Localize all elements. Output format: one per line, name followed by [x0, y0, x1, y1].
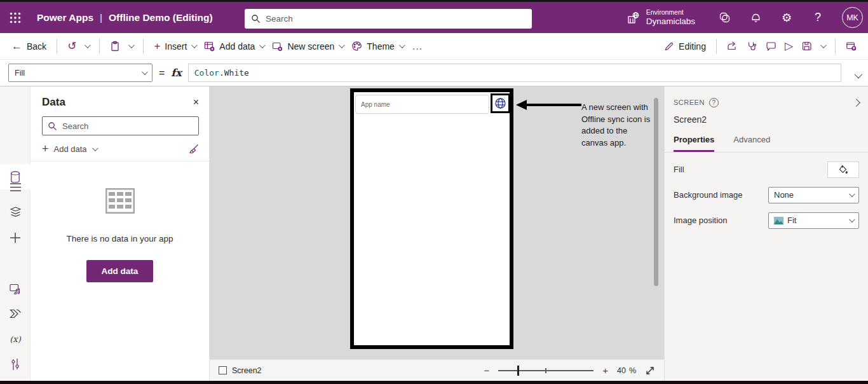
app-launcher-waffle-icon[interactable]	[0, 2, 31, 33]
global-search-input[interactable]	[266, 14, 526, 24]
panel-collapse-chevron[interactable]	[853, 97, 859, 108]
notifications-bell-icon[interactable]	[749, 11, 763, 25]
data-search-box[interactable]	[42, 116, 199, 135]
clear-broom-icon[interactable]	[189, 144, 199, 154]
preview-play-button[interactable]: ▷	[785, 41, 793, 51]
screen-thumbnail-icon	[219, 366, 227, 374]
offline-sync-highlight-box	[491, 93, 510, 113]
offline-sync-globe-icon[interactable]	[494, 97, 506, 109]
zoom-out-button[interactable]: −	[484, 365, 489, 376]
paste-button[interactable]	[110, 41, 120, 51]
paint-bucket-icon	[838, 165, 848, 175]
formula-input[interactable]: Color.White	[188, 64, 841, 82]
save-menu-chevron[interactable]	[820, 44, 825, 48]
app-title: Power Apps	[37, 12, 93, 24]
comment-icon	[766, 41, 776, 51]
add-data-button[interactable]: Add data	[86, 260, 154, 282]
fill-color-picker-button[interactable]	[827, 161, 859, 178]
command-toolbar: ← Back ↺ + Insert	[0, 33, 868, 60]
search-icon	[48, 121, 57, 131]
zoom-slider-midpoint-marker	[545, 368, 546, 373]
environment-picker[interactable]: Environment Dynamiclabs	[627, 8, 695, 27]
app-checker-button[interactable]	[747, 41, 757, 51]
media-icon[interactable]	[8, 281, 23, 296]
zoom-slider[interactable]	[498, 366, 593, 376]
add-data-button[interactable]: Add data	[204, 41, 264, 51]
close-icon[interactable]: ×	[193, 97, 199, 108]
tab-advanced[interactable]: Advanced	[733, 135, 770, 152]
settings-gear-icon[interactable]: ⚙	[780, 11, 794, 25]
chevron-down-icon	[399, 42, 405, 48]
global-search[interactable]	[245, 9, 532, 29]
phone-screen-mockup[interactable]: App name	[350, 88, 513, 349]
app-header-control[interactable]: App name	[355, 95, 489, 114]
paste-menu-chevron[interactable]	[128, 44, 133, 48]
formula-bar: Fill = fx Color.White	[0, 60, 868, 86]
data-sources-icon[interactable]	[8, 169, 23, 184]
screen-breadcrumb[interactable]: Screen2	[219, 366, 262, 375]
undo-menu-chevron[interactable]	[85, 44, 89, 48]
user-avatar[interactable]: MK	[842, 7, 863, 28]
title-separator: |	[100, 12, 102, 24]
share-button[interactable]	[727, 41, 738, 51]
data-search-input[interactable]	[62, 121, 193, 131]
environment-label: Environment	[646, 8, 695, 17]
arrow-shaft	[527, 104, 581, 106]
document-title: Offline Demo (Editing)	[109, 12, 213, 24]
annotation-line: A new screen with	[581, 102, 650, 114]
editing-mode-button[interactable]: Editing	[664, 41, 706, 51]
variables-icon[interactable]: (x)	[8, 331, 23, 346]
comments-button[interactable]	[766, 41, 776, 51]
tree-view-icon[interactable]	[8, 205, 23, 220]
tab-properties[interactable]: Properties	[674, 135, 714, 152]
power-automate-icon[interactable]	[8, 306, 23, 321]
theme-button[interactable]: Theme	[351, 41, 403, 51]
canvas-area[interactable]: App name	[210, 86, 664, 359]
insert-button[interactable]: + Insert	[154, 41, 196, 51]
help-icon[interactable]: ?	[811, 11, 825, 25]
insert-plus-icon[interactable]	[8, 230, 23, 245]
fit-to-window-icon[interactable]	[645, 366, 655, 376]
background-image-dropdown[interactable]: None	[768, 187, 859, 203]
canvas-vertical-scrollbar[interactable]	[654, 98, 658, 286]
zoom-in-button[interactable]: +	[602, 365, 608, 376]
chevron-down-icon[interactable]	[92, 145, 98, 151]
add-data-dropdown[interactable]: Add data	[54, 144, 87, 154]
help-icon[interactable]: ?	[709, 98, 719, 107]
back-button[interactable]: ← Back	[11, 41, 46, 51]
zoom-unit: %	[629, 366, 636, 375]
header-right-cluster: Environment Dynamiclabs ⚙ ? MK	[627, 2, 863, 33]
image-position-dropdown[interactable]: Fit	[768, 212, 859, 229]
table-grid-icon	[105, 188, 135, 214]
copilot-icon[interactable]	[717, 11, 731, 25]
left-navigation-rail: (x) ⚙	[0, 86, 31, 381]
publish-button[interactable]	[846, 41, 857, 51]
toolbar-left-group: ← Back ↺ + Insert	[11, 39, 423, 54]
fill-label: Fill	[674, 165, 684, 174]
editing-label: Editing	[679, 41, 706, 51]
annotation-line: added to the	[581, 125, 650, 137]
new-screen-icon	[272, 41, 283, 51]
theme-label: Theme	[367, 41, 395, 51]
controls-icon[interactable]	[8, 357, 23, 372]
toolbar-overflow-button[interactable]: …	[412, 40, 423, 53]
annotation-line: Offline sync icon is	[581, 114, 650, 126]
formula-enum-token: Color	[194, 68, 219, 78]
theme-palette-icon	[351, 41, 362, 51]
formula-bar-expand-chevron[interactable]	[855, 69, 860, 81]
toolbar-right-group: Editing ▷	[664, 39, 857, 54]
save-button[interactable]	[801, 41, 812, 51]
pencil-icon	[664, 41, 674, 51]
property-selector-dropdown[interactable]: Fill	[8, 64, 153, 82]
undo-button[interactable]: ↺	[67, 41, 76, 51]
chevron-right-icon	[852, 99, 860, 107]
zoom-slider-thumb[interactable]	[517, 366, 519, 376]
data-add-row: + Add data	[31, 135, 209, 161]
environment-text: Environment Dynamiclabs	[646, 8, 695, 27]
chevron-down-icon	[820, 42, 827, 48]
background-image-value: None	[774, 190, 794, 200]
annotation-arrow	[516, 100, 581, 110]
new-screen-button[interactable]: New screen	[272, 41, 343, 51]
toolbar-divider	[716, 39, 717, 54]
share-icon	[727, 41, 738, 51]
